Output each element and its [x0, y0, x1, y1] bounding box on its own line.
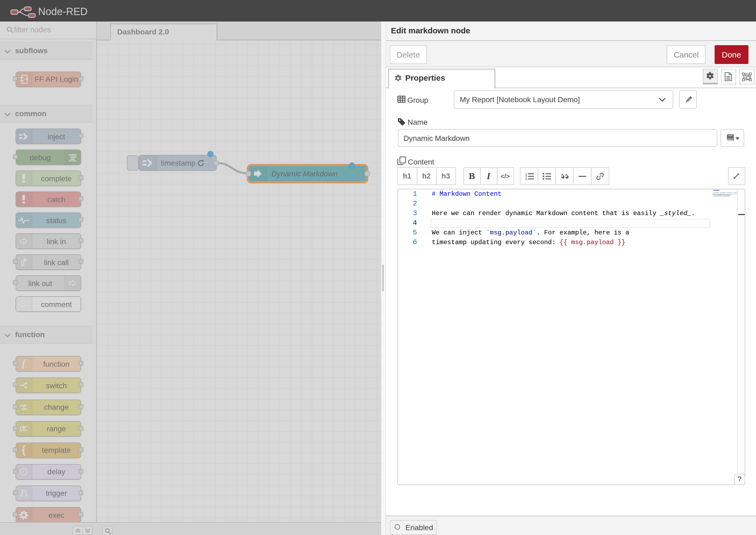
svg-text:3: 3: [525, 178, 527, 180]
